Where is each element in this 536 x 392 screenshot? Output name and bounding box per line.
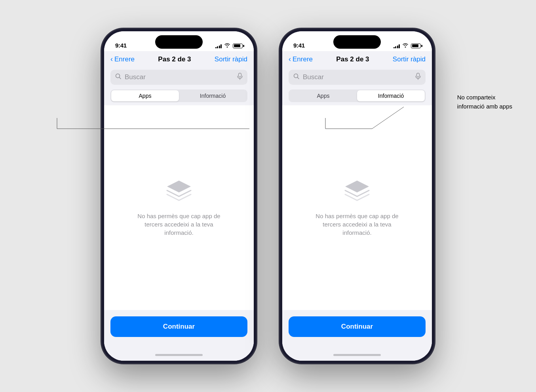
signal-bars-left bbox=[215, 44, 222, 48]
annotation-overlay: No comparteix informació amb apps bbox=[0, 0, 536, 392]
wifi-icon-right bbox=[402, 43, 409, 49]
annotation-text: No comparteix informació amb apps bbox=[457, 93, 512, 111]
iphone-right-screen: 9:41 bbox=[282, 31, 432, 361]
empty-state-text-right: No has permès que cap app de tercers acc… bbox=[314, 212, 401, 237]
dynamic-island-left bbox=[155, 35, 203, 49]
home-bar-right bbox=[333, 354, 381, 356]
layers-icon-left bbox=[165, 179, 193, 204]
seg-info-left[interactable]: Informació bbox=[179, 90, 247, 101]
home-indicator-right bbox=[282, 349, 432, 361]
layers-icon-right bbox=[343, 179, 371, 204]
seg-apps-left[interactable]: Apps bbox=[111, 90, 179, 101]
search-placeholder-left: Buscar bbox=[125, 73, 234, 81]
main-area-left: No has permès que cap app de tercers acc… bbox=[104, 105, 254, 310]
svg-rect-3 bbox=[417, 73, 420, 77]
home-indicator-left bbox=[104, 349, 254, 361]
nav-action-right[interactable]: Sortir ràpid bbox=[393, 55, 426, 63]
segmented-control-right: Apps Informació bbox=[289, 89, 426, 102]
battery-right bbox=[411, 44, 421, 48]
mic-icon-right bbox=[415, 73, 421, 82]
iphone-left: 9:41 bbox=[102, 29, 256, 363]
mic-icon-left bbox=[237, 73, 243, 82]
nav-back-right[interactable]: ‹ Enrere bbox=[289, 55, 313, 63]
screen-content-left: ‹ Enrere Pas 2 de 3 Sortir ràpid Buscar bbox=[104, 51, 254, 361]
annotation-line1: No comparteix bbox=[457, 94, 496, 101]
search-icon-right bbox=[293, 73, 300, 81]
continue-button-right[interactable]: Continuar bbox=[289, 316, 426, 337]
status-time-left: 9:41 bbox=[115, 42, 127, 49]
battery-fill-left bbox=[234, 44, 240, 47]
search-bar-right[interactable]: Buscar bbox=[289, 70, 426, 85]
segmented-control-left: Apps Informació bbox=[110, 89, 247, 102]
nav-title-left: Pas 2 de 3 bbox=[158, 55, 191, 63]
nav-back-left[interactable]: ‹ Enrere bbox=[110, 55, 135, 63]
battery-left bbox=[233, 44, 243, 48]
search-bar-left[interactable]: Buscar bbox=[110, 70, 247, 85]
status-bar-right: 9:41 bbox=[282, 31, 432, 51]
chevron-left-icon-left: ‹ bbox=[110, 55, 113, 63]
bottom-area-right: Continuar bbox=[282, 310, 432, 349]
iphone-left-screen: 9:41 bbox=[104, 31, 254, 361]
nav-title-right: Pas 2 de 3 bbox=[336, 55, 369, 63]
dynamic-island-right bbox=[333, 35, 381, 49]
wifi-icon-left bbox=[224, 43, 230, 49]
nav-bar-right: ‹ Enrere Pas 2 de 3 Sortir ràpid bbox=[282, 51, 432, 67]
scene: 9:41 bbox=[0, 0, 536, 392]
connector-svg bbox=[0, 0, 536, 392]
status-icons-right bbox=[393, 43, 421, 49]
continue-button-left[interactable]: Continuar bbox=[110, 316, 247, 337]
nav-action-left[interactable]: Sortir ràpid bbox=[215, 55, 247, 63]
search-icon-left bbox=[115, 73, 122, 81]
svg-rect-1 bbox=[239, 73, 241, 77]
battery-fill-right bbox=[412, 44, 418, 47]
iphone-right: 9:41 bbox=[280, 29, 434, 363]
home-bar-left bbox=[155, 354, 203, 356]
status-time-right: 9:41 bbox=[293, 42, 305, 49]
seg-info-right[interactable]: Informació bbox=[357, 90, 425, 101]
screen-content-right: ‹ Enrere Pas 2 de 3 Sortir ràpid Buscar bbox=[282, 51, 432, 361]
seg-apps-right[interactable]: Apps bbox=[289, 90, 357, 101]
bottom-area-left: Continuar bbox=[104, 310, 254, 349]
main-area-right: No has permès que cap app de tercers acc… bbox=[282, 105, 432, 310]
status-icons-left bbox=[215, 43, 243, 49]
nav-back-label-right: Enrere bbox=[293, 55, 313, 63]
annotation-line2: informació amb apps bbox=[457, 103, 512, 110]
status-bar-left: 9:41 bbox=[104, 31, 254, 51]
signal-bars-right bbox=[393, 44, 400, 48]
chevron-left-icon-right: ‹ bbox=[289, 55, 291, 63]
nav-bar-left: ‹ Enrere Pas 2 de 3 Sortir ràpid bbox=[104, 51, 254, 67]
nav-back-label-left: Enrere bbox=[114, 55, 135, 63]
empty-state-text-left: No has permès que cap app de tercers acc… bbox=[135, 212, 222, 237]
search-placeholder-right: Buscar bbox=[303, 73, 412, 81]
